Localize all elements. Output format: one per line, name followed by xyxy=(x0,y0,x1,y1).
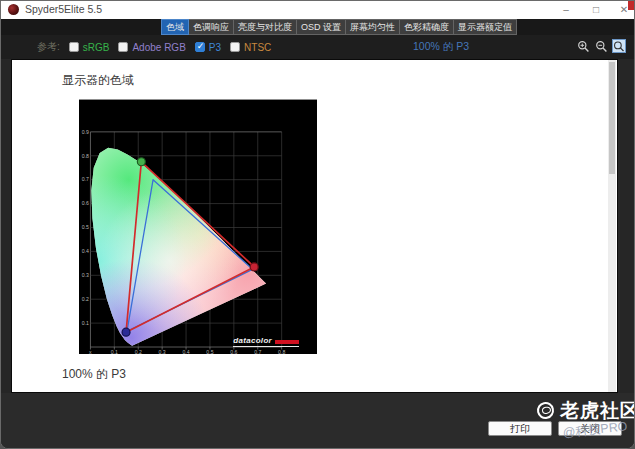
datacolor-logo: datacolor xyxy=(233,336,299,347)
svg-text:0.1: 0.1 xyxy=(111,349,118,354)
page-title: 显示器的色域 xyxy=(62,72,134,89)
zoom-in-icon[interactable] xyxy=(576,39,590,53)
datacolor-logo-text: datacolor xyxy=(233,336,272,345)
tab-bar-tabs: 色域色调响应亮度与对比度OSD 设置屏幕均匀性色彩精确度显示器额定值 xyxy=(161,19,517,35)
gamut-caption: 100% 的 P3 xyxy=(62,366,126,383)
app-icon xyxy=(8,4,19,15)
reference-option[interactable]: NTSC xyxy=(230,42,271,53)
svg-text:0.3: 0.3 xyxy=(159,349,166,354)
app-window: Spyder5Elite 5.5 – □ ✕ 色域色调响应亮度与对比度OSD 设… xyxy=(0,0,635,449)
corner-artifact xyxy=(628,1,634,10)
svg-text:0.2: 0.2 xyxy=(135,349,142,354)
zoom-out-icon[interactable] xyxy=(594,39,608,53)
tab-item[interactable]: 色域 xyxy=(161,19,189,35)
zoom-controls xyxy=(576,39,626,53)
svg-text:0.5: 0.5 xyxy=(82,224,89,230)
tab-item[interactable]: 色调响应 xyxy=(189,19,234,35)
tab-item[interactable]: 色彩精确度 xyxy=(400,19,454,35)
minimize-button[interactable]: – xyxy=(557,2,575,18)
svg-text:0.6: 0.6 xyxy=(82,200,89,206)
scrollbar-thumb[interactable] xyxy=(609,62,615,174)
tab-item[interactable]: OSD 设置 xyxy=(297,19,346,35)
reference-name: P3 xyxy=(209,42,221,53)
reference-name: NTSC xyxy=(244,42,271,53)
reference-option[interactable]: sRGB xyxy=(69,42,110,53)
svg-text:0.9: 0.9 xyxy=(82,129,89,135)
checkbox[interactable] xyxy=(230,42,240,52)
cie-diagram-svg-host: x0.10.20.30.40.50.60.70.80.10.20.30.40.5… xyxy=(79,100,317,354)
reference-option[interactable]: P3 xyxy=(195,42,221,53)
scrollbar[interactable] xyxy=(608,60,616,392)
svg-text:0.7: 0.7 xyxy=(254,349,261,354)
svg-text:0.3: 0.3 xyxy=(82,272,89,278)
tab-item[interactable]: 显示器额定值 xyxy=(454,19,517,35)
reference-options: 参考: sRGBAdobe RGBP3NTSC xyxy=(37,35,271,59)
reference-option[interactable]: Adobe RGB xyxy=(118,42,185,53)
title-bar: Spyder5Elite 5.5 – □ ✕ xyxy=(1,1,634,19)
svg-text:0.4: 0.4 xyxy=(182,349,189,354)
cie-diagram: x0.10.20.30.40.50.60.70.80.10.20.30.40.5… xyxy=(79,99,317,354)
toolbar: 参考: sRGBAdobe RGBP3NTSC 100% 的 P3 xyxy=(1,35,634,59)
svg-text:0.5: 0.5 xyxy=(206,349,213,354)
tab-item[interactable]: 亮度与对比度 xyxy=(234,19,297,35)
gamut-result-label: 100% 的 P3 xyxy=(413,40,469,54)
checkbox[interactable] xyxy=(69,42,79,52)
reference-label: 参考: xyxy=(37,40,60,54)
bottom-bar: 打印 关闭 xyxy=(1,393,634,449)
svg-text:0.1: 0.1 xyxy=(82,320,89,326)
checkbox[interactable] xyxy=(195,42,205,52)
svg-text:0.4: 0.4 xyxy=(82,248,89,254)
zoom-fit-icon[interactable] xyxy=(612,39,626,53)
datacolor-logo-bar xyxy=(275,340,299,344)
svg-text:0.8: 0.8 xyxy=(82,153,89,159)
tab-bar: 色域色调响应亮度与对比度OSD 设置屏幕均匀性色彩精确度显示器额定值 xyxy=(1,19,634,35)
print-button[interactable]: 打印 xyxy=(488,421,552,436)
tab-item[interactable]: 屏幕均匀性 xyxy=(346,19,400,35)
reference-name: sRGB xyxy=(83,42,110,53)
content-panel: 显示器的色域 x0.10.20.30.40.50.60.70.80.10.20.… xyxy=(11,59,618,393)
window-title: Spyder5Elite 5.5 xyxy=(25,3,102,15)
svg-text:0.7: 0.7 xyxy=(82,176,89,182)
checkbox[interactable] xyxy=(118,42,128,52)
svg-text:0.2: 0.2 xyxy=(82,296,89,302)
reference-name: Adobe RGB xyxy=(132,42,185,53)
maximize-button[interactable]: □ xyxy=(587,2,605,18)
svg-text:x: x xyxy=(89,349,92,354)
svg-text:0.8: 0.8 xyxy=(278,349,285,354)
svg-text:0.6: 0.6 xyxy=(230,349,237,354)
